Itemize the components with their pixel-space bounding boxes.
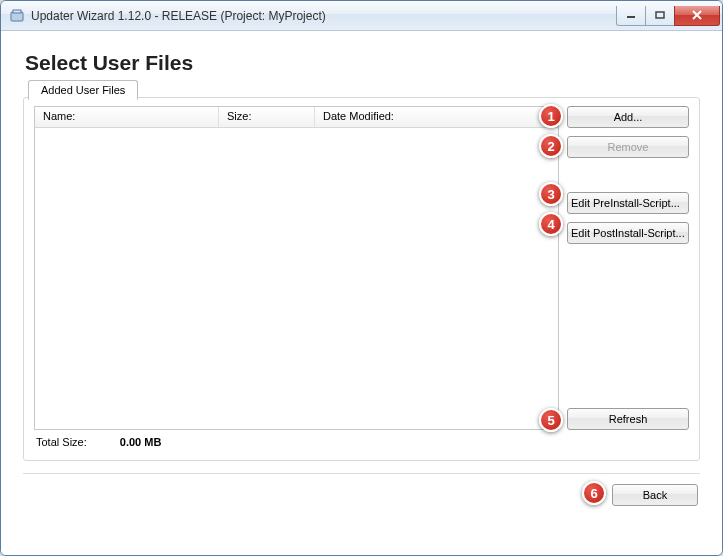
- callout-2: 2: [539, 134, 563, 158]
- divider: [23, 473, 700, 474]
- total-size-value: 0.00 MB: [120, 436, 162, 448]
- main-row: Name: Size: Date Modified: Add... Remove…: [34, 106, 689, 430]
- file-list-area: Name: Size: Date Modified:: [34, 106, 559, 430]
- column-name[interactable]: Name:: [35, 107, 219, 127]
- maximize-button[interactable]: [645, 6, 675, 26]
- column-size[interactable]: Size:: [219, 107, 315, 127]
- window-buttons: [617, 6, 720, 26]
- callout-6: 6: [582, 481, 606, 505]
- refresh-button[interactable]: Refresh: [567, 408, 689, 430]
- tab-added-files[interactable]: Added User Files: [28, 80, 138, 100]
- back-button[interactable]: Back: [612, 484, 698, 506]
- callout-1: 1: [539, 104, 563, 128]
- total-size-row: Total Size: 0.00 MB: [34, 430, 689, 450]
- list-header: Name: Size: Date Modified:: [34, 106, 559, 128]
- edit-preinstall-button[interactable]: Edit PreInstall-Script...: [567, 192, 689, 214]
- side-buttons: Add... Remove Edit PreInstall-Script... …: [567, 106, 689, 430]
- callout-3: 3: [539, 182, 563, 206]
- files-panel: Added User Files Name: Size: Date Modifi…: [23, 97, 700, 461]
- file-list[interactable]: [34, 128, 559, 430]
- callout-5: 5: [539, 408, 563, 432]
- svg-rect-3: [656, 12, 664, 18]
- remove-button[interactable]: Remove: [567, 136, 689, 158]
- total-size-label: Total Size:: [36, 436, 87, 448]
- edit-postinstall-button[interactable]: Edit PostInstall-Script...: [567, 222, 689, 244]
- column-date[interactable]: Date Modified:: [315, 107, 558, 127]
- app-icon: [9, 8, 25, 24]
- svg-rect-1: [13, 10, 21, 13]
- footer: 6 Back: [23, 484, 700, 506]
- callout-4: 4: [539, 212, 563, 236]
- titlebar[interactable]: Updater Wizard 1.12.0 - RELEASE (Project…: [1, 1, 722, 31]
- minimize-button[interactable]: [616, 6, 646, 26]
- window-title: Updater Wizard 1.12.0 - RELEASE (Project…: [31, 9, 617, 23]
- content-area: Select User Files Added User Files Name:…: [1, 31, 722, 555]
- add-button[interactable]: Add...: [567, 106, 689, 128]
- app-window: Updater Wizard 1.12.0 - RELEASE (Project…: [0, 0, 723, 556]
- close-button[interactable]: [674, 6, 720, 26]
